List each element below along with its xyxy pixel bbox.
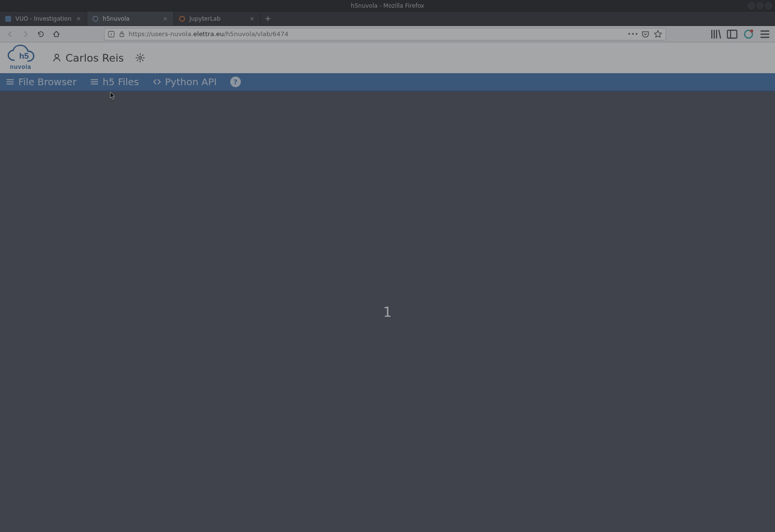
hamburger-icon bbox=[759, 28, 771, 40]
nav-home-button[interactable] bbox=[50, 28, 63, 40]
browser-tab-strip: VUO - Investigation × h5nuvola × Jupyter… bbox=[0, 12, 775, 26]
library-icon bbox=[709, 28, 722, 40]
url-prefix: https://users-nuvola. bbox=[129, 30, 193, 38]
hamburger-icon bbox=[90, 78, 99, 86]
svg-point-1 bbox=[93, 16, 98, 21]
nav-h5-files[interactable]: h5 Files bbox=[90, 76, 139, 88]
nav-python-api[interactable]: Python API bbox=[153, 76, 217, 88]
pocket-icon bbox=[641, 29, 650, 39]
app-menu-button[interactable] bbox=[759, 28, 771, 40]
reload-icon bbox=[37, 30, 45, 38]
browser-toolbar: https://users-nuvola.elettra.eu/h5nuvola… bbox=[0, 26, 775, 42]
arrow-right-icon bbox=[22, 30, 29, 38]
settings-button[interactable] bbox=[132, 50, 148, 65]
url-path: /h5nuvola/vlab/6474 bbox=[224, 30, 289, 38]
app-root: h5 nuvola Carlos Reis File Browser h5 Fi… bbox=[0, 42, 775, 532]
addon-icon bbox=[742, 28, 755, 40]
url-bar[interactable]: https://users-nuvola.elettra.eu/h5nuvola… bbox=[104, 28, 666, 40]
svg-point-10 bbox=[750, 29, 753, 33]
url-bar-actions: ••• bbox=[628, 29, 663, 39]
nav-file-browser[interactable]: File Browser bbox=[6, 76, 77, 88]
tab-label: VUO - Investigation bbox=[15, 15, 71, 22]
code-icon bbox=[153, 78, 161, 86]
lock-icon[interactable] bbox=[118, 30, 126, 38]
svg-rect-0 bbox=[5, 15, 11, 21]
browser-tab-h5nuvola[interactable]: h5nuvola × bbox=[87, 12, 174, 26]
center-indicator: 1 bbox=[383, 304, 392, 320]
tab-favicon-icon bbox=[179, 15, 185, 22]
site-identity-icon[interactable] bbox=[107, 30, 115, 38]
window-maximize-button[interactable] bbox=[757, 2, 763, 9]
user-menu[interactable]: Carlos Reis bbox=[52, 52, 124, 64]
bookmark-button[interactable] bbox=[653, 29, 663, 39]
app-logo[interactable]: h5 nuvola bbox=[6, 44, 43, 71]
nav-back-button[interactable] bbox=[4, 28, 16, 40]
nav-label: h5 Files bbox=[103, 76, 139, 88]
nav-label: Python API bbox=[165, 76, 217, 88]
window-title: h5nuvola - Mozilla Firefox bbox=[351, 2, 424, 9]
tab-label: JupyterLab bbox=[189, 15, 245, 22]
library-button[interactable] bbox=[709, 28, 722, 40]
window-controls bbox=[748, 0, 772, 11]
svg-rect-7 bbox=[727, 30, 737, 38]
nav-reload-button[interactable] bbox=[35, 28, 47, 40]
svg-rect-5 bbox=[111, 34, 111, 36]
browser-tab-vuo[interactable]: VUO - Investigation × bbox=[0, 12, 87, 26]
app-body: 1 bbox=[0, 91, 775, 532]
url-text: https://users-nuvola.elettra.eu/h5nuvola… bbox=[129, 30, 625, 38]
user-icon bbox=[52, 53, 62, 63]
nav-forward-button[interactable] bbox=[19, 28, 32, 40]
tab-close-button[interactable]: × bbox=[162, 15, 169, 22]
os-titlebar: h5nuvola - Mozilla Firefox bbox=[0, 0, 775, 12]
toolbar-right bbox=[709, 28, 771, 40]
gear-icon bbox=[135, 53, 145, 63]
user-name: Carlos Reis bbox=[66, 52, 124, 64]
extension-button[interactable] bbox=[742, 28, 755, 40]
ellipsis-icon: ••• bbox=[628, 30, 639, 38]
home-icon bbox=[53, 30, 60, 38]
svg-rect-6 bbox=[120, 34, 124, 37]
question-mark-icon: ? bbox=[234, 78, 237, 86]
nav-help-button[interactable]: ? bbox=[230, 77, 241, 87]
arrow-left-icon bbox=[6, 30, 14, 38]
tab-label: h5nuvola bbox=[103, 15, 158, 22]
svg-point-2 bbox=[180, 16, 185, 21]
svg-point-11 bbox=[55, 54, 59, 58]
browser-tab-jupyterlab[interactable]: JupyterLab × bbox=[174, 12, 261, 26]
new-tab-button[interactable]: + bbox=[261, 12, 275, 26]
logo-bottom-text: nuvola bbox=[10, 64, 31, 70]
tab-close-button[interactable]: × bbox=[75, 15, 82, 22]
tab-close-button[interactable]: × bbox=[249, 15, 255, 22]
hamburger-icon bbox=[6, 78, 14, 86]
sidebar-button[interactable] bbox=[726, 28, 738, 40]
h5nuvola-logo-icon: h5 nuvola bbox=[6, 44, 43, 71]
sidebar-icon bbox=[726, 28, 738, 40]
window-minimize-button[interactable] bbox=[748, 2, 755, 9]
app-nav: File Browser h5 Files Python API ? bbox=[0, 73, 775, 91]
url-host: elettra.eu bbox=[193, 30, 223, 38]
page-actions-button[interactable]: ••• bbox=[628, 29, 638, 39]
nav-label: File Browser bbox=[18, 76, 77, 88]
tab-favicon-icon bbox=[5, 15, 12, 22]
svg-point-12 bbox=[139, 56, 142, 59]
window-close-button[interactable] bbox=[765, 2, 772, 9]
app-header: h5 nuvola Carlos Reis bbox=[0, 42, 775, 73]
star-icon bbox=[653, 29, 663, 39]
logo-top-text: h5 bbox=[19, 51, 29, 61]
tab-favicon-icon bbox=[92, 15, 99, 22]
reader-mode-button[interactable] bbox=[641, 29, 650, 39]
svg-point-4 bbox=[111, 33, 112, 34]
